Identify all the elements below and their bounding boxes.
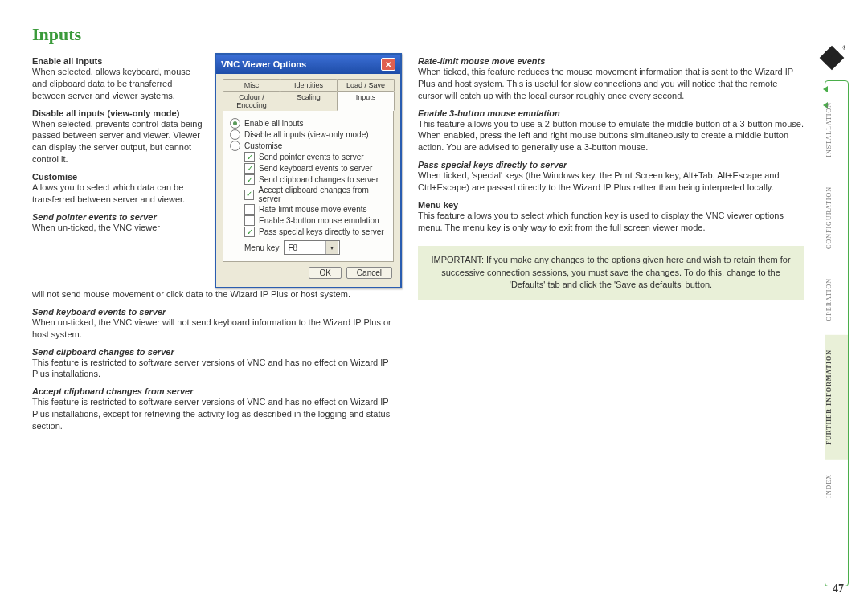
body-send-clipboard: This feature is restricted to software s… bbox=[32, 357, 402, 381]
tab-identities[interactable]: Identities bbox=[280, 79, 338, 91]
body-disable-all-inputs: When selected, prevents control data bei… bbox=[32, 118, 205, 166]
radio-disable-all[interactable] bbox=[230, 129, 240, 140]
body-customise: Allows you to select which data can be t… bbox=[32, 182, 205, 206]
radio-label-disable: Disable all inputs (view-only mode) bbox=[244, 130, 369, 139]
ok-button[interactable]: OK bbox=[309, 267, 341, 279]
heading-send-pointer: Send pointer events to server bbox=[32, 212, 205, 222]
dialog-title-text: VNC Viewer Options bbox=[221, 59, 306, 69]
check-label-c6: Enable 3-button mouse emulation bbox=[259, 216, 379, 225]
body-enable-all-inputs: When selected, allows keyboard, mouse an… bbox=[32, 66, 205, 102]
radio-enable-all[interactable] bbox=[230, 118, 240, 129]
heading-pass-special: Pass special keys directly to server bbox=[418, 160, 804, 170]
heading-menu-key: Menu key bbox=[418, 200, 804, 210]
check-label-c7: Pass special keys directly to server bbox=[259, 227, 384, 236]
sidebar-item-installation[interactable]: INSTALLATION bbox=[825, 88, 848, 172]
page-title: Inputs bbox=[32, 24, 820, 45]
tab-scaling[interactable]: Scaling bbox=[280, 91, 338, 111]
check-rate-limit[interactable] bbox=[244, 204, 255, 215]
body-3button: This feature allows you to use a 2-butto… bbox=[418, 118, 804, 154]
page-number: 47 bbox=[833, 582, 844, 595]
tab-inputs[interactable]: Inputs bbox=[337, 91, 395, 111]
check-3button[interactable] bbox=[244, 215, 255, 226]
radio-label-customise: Customise bbox=[244, 141, 282, 150]
tab-load-save[interactable]: Load / Save bbox=[337, 79, 395, 91]
tab-colour-encoding[interactable]: Colour / Encoding bbox=[223, 91, 280, 111]
body-send-pointer-first: When un-ticked, the VNC viewer bbox=[32, 222, 205, 234]
check-label-c5: Rate-limit mouse move events bbox=[259, 205, 367, 214]
sidebar-item-index[interactable]: INDEX bbox=[825, 460, 848, 513]
cancel-button[interactable]: Cancel bbox=[346, 267, 392, 279]
body-accept-clipboard: This feature is restricted to software s… bbox=[32, 396, 402, 432]
dialog-titlebar: VNC Viewer Options ✕ bbox=[216, 55, 400, 74]
menukey-dropdown[interactable]: F8 bbox=[284, 240, 340, 255]
check-send-clipboard[interactable]: ✓ bbox=[244, 174, 255, 185]
menukey-label: Menu key bbox=[244, 243, 279, 252]
important-note: IMPORTANT: If you make any changes to th… bbox=[418, 246, 804, 299]
sidebar-item-further-information[interactable]: FURTHER INFORMATION bbox=[825, 335, 848, 460]
check-send-keyboard[interactable]: ✓ bbox=[244, 163, 255, 174]
heading-send-keyboard: Send keyboard events to server bbox=[32, 307, 402, 317]
svg-text:®: ® bbox=[843, 45, 845, 51]
tab-misc[interactable]: Misc bbox=[223, 79, 280, 91]
sidebar-item-configuration[interactable]: CONFIGURATION bbox=[825, 172, 848, 264]
heading-disable-all-inputs: Disable all inputs (view-only mode) bbox=[32, 108, 205, 118]
body-menu-key: This feature allows you to select which … bbox=[418, 210, 804, 234]
heading-accept-clipboard: Accept clipboard changes from server bbox=[32, 386, 402, 396]
heading-send-clipboard: Send clipboard changes to server bbox=[32, 347, 402, 357]
body-rate-limit: When ticked, this feature reduces the mo… bbox=[418, 66, 804, 102]
heading-customise: Customise bbox=[32, 172, 205, 182]
heading-rate-limit: Rate-limit mouse move events bbox=[418, 56, 804, 66]
check-label-c2: Send keyboard events to server bbox=[259, 164, 372, 173]
check-label-c3: Send clipboard changes to server bbox=[259, 175, 379, 184]
check-label-c4: Accept clipboard changes from server bbox=[258, 186, 387, 203]
radio-customise[interactable] bbox=[230, 141, 240, 151]
check-label-c1: Send pointer events to server bbox=[259, 153, 364, 161]
check-pass-special[interactable]: ✓ bbox=[244, 227, 255, 237]
nav-sidebar: INSTALLATION CONFIGURATION OPERATION FUR… bbox=[825, 80, 849, 586]
check-send-pointer[interactable]: ✓ bbox=[244, 152, 255, 162]
close-icon[interactable]: ✕ bbox=[381, 58, 395, 71]
vnc-options-dialog: VNC Viewer Options ✕ Misc Identities Loa… bbox=[215, 53, 402, 288]
heading-3button: Enable 3-button mouse emulation bbox=[418, 108, 804, 118]
brand-logo: ® bbox=[818, 44, 845, 72]
body-pass-special: When ticked, 'special' keys (the Windows… bbox=[418, 170, 804, 194]
sidebar-item-operation[interactable]: OPERATION bbox=[825, 264, 848, 335]
body-send-pointer: will not send mouse movement or click da… bbox=[32, 288, 402, 300]
radio-label-enable: Enable all inputs bbox=[244, 119, 303, 128]
heading-enable-all-inputs: Enable all inputs bbox=[32, 56, 205, 66]
check-accept-clipboard[interactable]: ✓ bbox=[244, 190, 254, 200]
body-send-keyboard: When un-ticked, the VNC viewer will not … bbox=[32, 317, 402, 341]
